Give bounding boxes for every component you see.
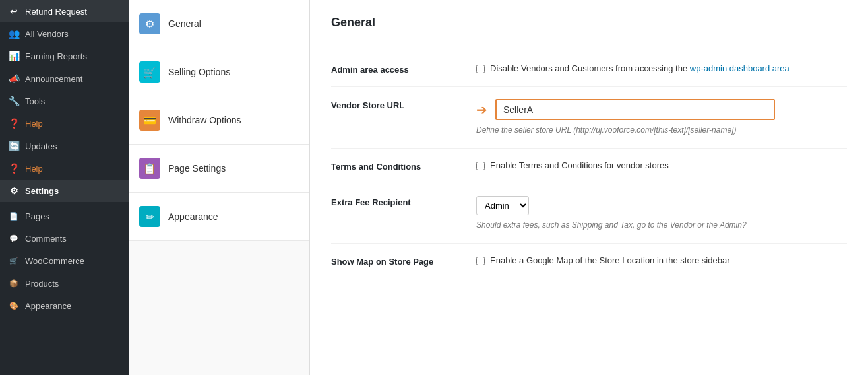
sidebar-item-pages[interactable]: 📄 Pages: [0, 205, 129, 227]
extra-fee-recipient-label: Extra Fee Recipient: [331, 196, 476, 207]
url-row-wrapper: ➔: [476, 99, 847, 120]
show-map-control: Enable a Google Map of the Store Locatio…: [476, 256, 847, 265]
admin-area-access-text: Disable Vendors and Customers from acces…: [490, 63, 790, 73]
show-map-checkbox[interactable]: [476, 257, 485, 265]
sidebar-item-label: Settings: [25, 186, 59, 196]
sidebar-item-label: Products: [25, 279, 59, 289]
middle-item-label: Withdraw Options: [168, 115, 241, 125]
woocommerce-icon: 🛒: [8, 255, 20, 267]
admin-area-access-control: Disable Vendors and Customers from acces…: [476, 63, 847, 73]
sidebar-item-comments[interactable]: 💬 Comments: [0, 227, 129, 250]
general-icon: ⚙: [139, 13, 160, 34]
appearance-middle-icon: ✏: [139, 206, 160, 227]
terms-conditions-label: Terms and Conditions: [331, 160, 476, 172]
show-map-checkbox-label[interactable]: Enable a Google Map of the Store Locatio…: [476, 256, 847, 265]
comments-icon: 💬: [8, 232, 20, 244]
vendor-store-url-label: Vendor Store URL: [331, 99, 476, 110]
settings-icon: ⚙: [8, 185, 20, 197]
vendor-store-url-control: ➔ Define the seller store URL (http://uj…: [476, 99, 847, 136]
refund-request-icon: ↩: [8, 5, 20, 17]
sidebar-item-announcement[interactable]: 📣 Announcement: [0, 67, 129, 90]
selling-options-icon: 🛒: [139, 61, 160, 83]
extra-fee-recipient-select[interactable]: Admin Vendor: [476, 196, 529, 215]
vendor-store-url-row: Vendor Store URL ➔ Define the seller sto…: [331, 87, 847, 149]
sidebar-item-updates[interactable]: 🔄 Updates: [0, 135, 129, 157]
sidebar-item-label: Help: [25, 164, 43, 174]
show-map-label: Show Map on Store Page: [331, 256, 476, 267]
admin-area-access-checkbox[interactable]: [476, 65, 485, 73]
sidebar-item-tools[interactable]: 🔧 Tools: [0, 90, 129, 112]
middle-panel: ⚙ General 🛒 Selling Options 💳 Withdraw O…: [129, 0, 310, 375]
help1-icon: ❓: [8, 118, 20, 129]
show-map-row: Show Map on Store Page Enable a Google M…: [331, 244, 847, 279]
sidebar-item-help2[interactable]: ❓ Help: [0, 157, 129, 180]
show-map-text: Enable a Google Map of the Store Locatio…: [490, 256, 730, 265]
admin-area-access-label: Admin area access: [331, 63, 476, 75]
sidebar-item-help1[interactable]: ❓ Help: [0, 112, 129, 135]
middle-item-label: Selling Options: [168, 67, 230, 77]
wp-admin-link[interactable]: wp-admin dashboard area: [690, 63, 790, 73]
sidebar-item-products[interactable]: 📦 Products: [0, 272, 129, 294]
middle-item-label: Appearance: [168, 211, 218, 222]
sidebar-item-label: All Vendors: [25, 29, 69, 39]
vendor-store-url-description: Define the seller store URL (http://uj.v…: [476, 124, 847, 136]
sidebar-item-label: Help: [25, 119, 43, 129]
middle-item-general[interactable]: ⚙ General: [129, 0, 309, 48]
sidebar-item-label: WooCommerce: [25, 256, 84, 266]
terms-conditions-checkbox[interactable]: [476, 162, 485, 170]
middle-item-selling-options[interactable]: 🛒 Selling Options: [129, 48, 309, 96]
help2-icon: ❓: [8, 162, 20, 174]
appearance-icon: 🎨: [8, 300, 20, 312]
sidebar-item-label: Refund Request: [25, 7, 87, 17]
terms-conditions-checkbox-label[interactable]: Enable Terms and Conditions for vendor s…: [476, 160, 847, 170]
sidebar-item-woocommerce[interactable]: 🛒 WooCommerce: [0, 250, 129, 272]
sidebar-item-settings[interactable]: ⚙ Settings: [0, 180, 129, 202]
middle-item-label: General: [168, 18, 201, 29]
sidebar-item-label: Tools: [25, 96, 45, 106]
url-input-wrapper: [495, 99, 775, 120]
extra-fee-recipient-row: Extra Fee Recipient Admin Vendor Should …: [331, 184, 847, 244]
sidebar-item-label: Announcement: [25, 74, 82, 84]
sidebar-item-label: Appearance: [25, 301, 71, 311]
sidebar-item-label: Updates: [25, 141, 57, 151]
sidebar-item-label: Pages: [25, 211, 49, 221]
middle-item-page-settings[interactable]: 📋 Page Settings: [129, 145, 309, 193]
terms-conditions-control: Enable Terms and Conditions for vendor s…: [476, 160, 847, 170]
tools-icon: 🔧: [8, 95, 20, 107]
arrow-icon: ➔: [476, 102, 487, 118]
page-title: General: [331, 16, 847, 38]
all-vendors-icon: 👥: [8, 28, 20, 40]
terms-conditions-row: Terms and Conditions Enable Terms and Co…: [331, 149, 847, 184]
middle-item-label: Page Settings: [168, 163, 226, 174]
withdraw-options-icon: 💳: [139, 110, 160, 131]
sidebar: ↩ Refund Request 👥 All Vendors 📊 Earning…: [0, 0, 129, 375]
middle-item-withdraw-options[interactable]: 💳 Withdraw Options: [129, 96, 309, 145]
page-settings-icon: 📋: [139, 158, 160, 179]
sidebar-item-label: Comments: [25, 234, 67, 244]
sidebar-item-appearance[interactable]: 🎨 Appearance: [0, 294, 129, 317]
earning-reports-icon: 📊: [8, 50, 20, 62]
vendor-store-url-input[interactable]: [497, 100, 774, 119]
terms-conditions-text: Enable Terms and Conditions for vendor s…: [490, 160, 669, 170]
admin-area-access-checkbox-label[interactable]: Disable Vendors and Customers from acces…: [476, 63, 847, 73]
pages-icon: 📄: [8, 210, 20, 222]
extra-fee-recipient-control: Admin Vendor Should extra fees, such as …: [476, 196, 847, 231]
updates-icon: 🔄: [8, 140, 20, 152]
sidebar-item-all-vendors[interactable]: 👥 All Vendors: [0, 22, 129, 45]
announcement-icon: 📣: [8, 73, 20, 85]
sidebar-item-refund-request[interactable]: ↩ Refund Request: [0, 0, 129, 22]
main-content: General Admin area access Disable Vendor…: [310, 0, 868, 375]
products-icon: 📦: [8, 277, 20, 289]
middle-item-appearance[interactable]: ✏ Appearance: [129, 193, 309, 241]
extra-fee-description: Should extra fees, such as Shipping and …: [476, 219, 847, 231]
sidebar-item-earning-reports[interactable]: 📊 Earning Reports: [0, 45, 129, 67]
sidebar-item-label: Earning Reports: [25, 51, 87, 61]
admin-area-access-row: Admin area access Disable Vendors and Cu…: [331, 51, 847, 87]
